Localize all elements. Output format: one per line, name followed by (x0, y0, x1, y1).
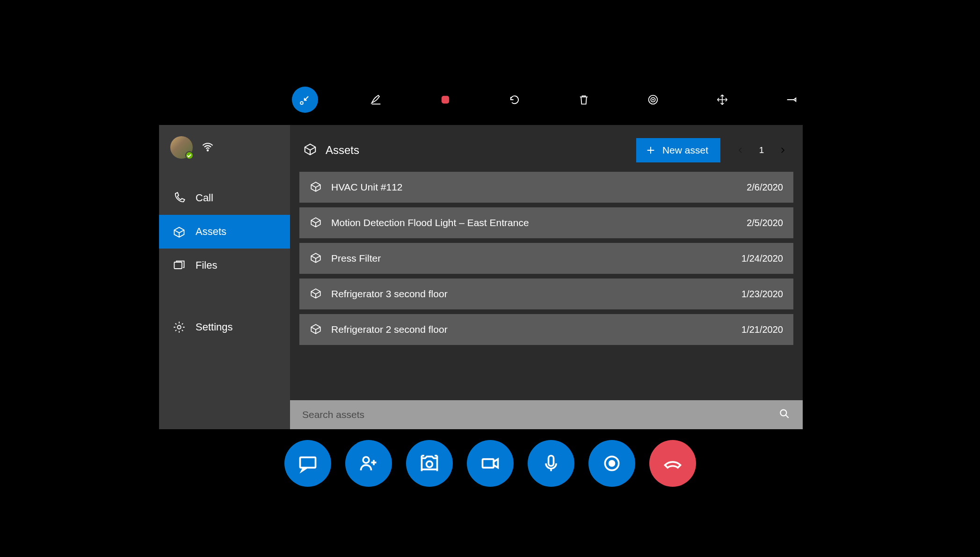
new-asset-label: New asset (662, 145, 708, 156)
people-icon (358, 453, 379, 474)
page-title: Assets (303, 142, 629, 159)
asset-date: 1/24/2020 (741, 253, 783, 264)
sidebar-item-label: Settings (196, 321, 233, 333)
pen-tool[interactable] (365, 88, 387, 111)
sidebar-item-label: Call (196, 192, 213, 204)
record-button[interactable] (588, 440, 635, 487)
hangup-icon (662, 453, 683, 474)
box-icon (310, 251, 322, 265)
search-icon[interactable] (778, 408, 791, 422)
assets-panel: Call Assets Files Settings Assets New as… (159, 125, 803, 429)
box-icon (172, 225, 186, 238)
new-asset-button[interactable]: New asset (636, 138, 720, 162)
asset-name: Refrigerator 3 second floor (331, 288, 732, 300)
box-icon (310, 322, 322, 337)
box-icon (310, 287, 322, 301)
gear-icon (172, 321, 186, 334)
pin-tool[interactable] (780, 88, 803, 111)
asset-row[interactable]: Motion Detection Flood Light – East Entr… (299, 207, 793, 238)
end-call-button[interactable] (649, 440, 696, 487)
chat-button[interactable] (284, 440, 331, 487)
undo-tool[interactable] (503, 88, 526, 111)
asset-name: Press Filter (331, 253, 732, 264)
page-title-text: Assets (326, 144, 359, 157)
wifi-icon (201, 140, 214, 155)
main-content: Assets New asset 1 HVAC Unit #112 2/6/20… (290, 125, 803, 429)
sidebar-item-files[interactable]: Files (159, 249, 290, 282)
mic-icon (541, 453, 561, 474)
phone-icon (172, 191, 186, 205)
pager-prev-button[interactable] (733, 143, 748, 157)
sidebar-item-label: Assets (196, 226, 226, 238)
presence-available-icon (185, 151, 194, 160)
box-icon (310, 180, 322, 194)
asset-row[interactable]: Refrigerator 2 second floor 1/21/2020 (299, 314, 793, 345)
page-number: 1 (757, 145, 766, 155)
files-icon (172, 259, 186, 272)
call-controls (284, 440, 696, 487)
move-tool[interactable] (711, 88, 733, 111)
plus-icon (646, 145, 656, 155)
sidebar-item-label: Files (196, 259, 217, 271)
video-icon (480, 453, 501, 474)
search-input[interactable] (302, 409, 778, 420)
asset-date: 1/23/2020 (741, 289, 783, 300)
search-bar (290, 400, 803, 429)
sidebar: Call Assets Files Settings (159, 125, 290, 429)
asset-date: 2/6/2020 (747, 182, 783, 193)
avatar[interactable] (170, 136, 193, 159)
sidebar-item-assets[interactable]: Assets (159, 215, 290, 249)
stop-tool[interactable] (434, 88, 457, 111)
delete-tool[interactable] (573, 88, 595, 111)
chevron-right-icon (778, 146, 787, 154)
target-tool[interactable] (642, 88, 664, 111)
pager: 1 (733, 143, 790, 157)
minimize-tool[interactable] (292, 87, 318, 113)
asset-name: Motion Detection Flood Light – East Entr… (331, 217, 737, 228)
main-header: Assets New asset 1 (299, 134, 793, 172)
sidebar-item-call[interactable]: Call (159, 181, 290, 215)
sidebar-item-settings[interactable]: Settings (159, 310, 290, 344)
annotation-toolbar (292, 87, 803, 113)
snapshot-button[interactable] (406, 440, 453, 487)
asset-date: 2/5/2020 (747, 218, 783, 228)
chevron-left-icon (736, 146, 745, 154)
asset-name: Refrigerator 2 second floor (331, 324, 732, 335)
asset-date: 1/21/2020 (741, 324, 783, 335)
chat-icon (298, 453, 318, 474)
camera-icon (419, 453, 440, 474)
participants-button[interactable] (345, 440, 392, 487)
asset-row[interactable]: HVAC Unit #112 2/6/2020 (299, 172, 793, 203)
asset-row[interactable]: Press Filter 1/24/2020 (299, 243, 793, 274)
asset-name: HVAC Unit #112 (331, 182, 737, 193)
box-icon (310, 216, 322, 230)
sidebar-header (159, 125, 290, 168)
record-icon (602, 453, 622, 474)
box-icon (303, 142, 317, 159)
asset-row[interactable]: Refrigerator 3 second floor 1/23/2020 (299, 278, 793, 309)
asset-list: HVAC Unit #112 2/6/2020 Motion Detection… (299, 172, 793, 345)
mic-button[interactable] (528, 440, 574, 487)
video-button[interactable] (467, 440, 514, 487)
pager-next-button[interactable] (776, 143, 790, 157)
